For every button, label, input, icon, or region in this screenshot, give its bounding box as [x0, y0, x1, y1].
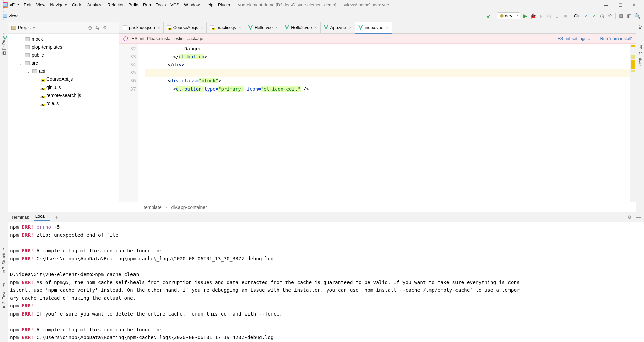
tab-package-json[interactable]: package.json×: [119, 22, 164, 33]
left-tool-strip: ◨ 1: Project: [0, 22, 8, 212]
terminal-settings-icon[interactable]: ⚙: [628, 215, 632, 220]
ide-settings-icon[interactable]: ◧: [625, 12, 633, 20]
close-tab-icon[interactable]: ×: [275, 25, 278, 30]
close-tab-icon[interactable]: ×: [239, 25, 241, 30]
close-tab-icon[interactable]: ×: [201, 25, 203, 30]
tab-app-vue[interactable]: App.vue×: [321, 22, 355, 33]
minimize-button[interactable]: —: [599, 2, 613, 8]
menu-navigate[interactable]: Navigate: [50, 2, 67, 7]
tree-item[interactable]: ⌄src: [8, 59, 119, 67]
git-label: Git:: [574, 13, 581, 18]
project-panel-title[interactable]: Project: [18, 25, 32, 30]
close-tab-icon[interactable]: ×: [315, 25, 317, 30]
tree-item[interactable]: role.js: [8, 99, 119, 107]
terminal-tab-local[interactable]: Local×: [34, 214, 51, 221]
run-npm-install-link[interactable]: Run 'npm install': [600, 36, 632, 41]
search-everywhere-icon[interactable]: 🔍: [633, 12, 641, 20]
editor-tabs: package.json×CourseApi.js×practice.js×He…: [119, 22, 636, 34]
tab-index-vue[interactable]: index.vue×: [355, 22, 392, 33]
coverage-icon[interactable]: ⏵: [537, 12, 545, 20]
tab-hello-vue[interactable]: Hello.vue×: [245, 22, 281, 33]
menu-help[interactable]: Help: [204, 2, 213, 7]
nav-crumb-1[interactable]: src: [3, 2, 47, 7]
eslint-settings-link[interactable]: ESLint settings...: [557, 36, 590, 41]
project-panel-header: Project ▾ ⊕ ⇆ ⚙ —: [8, 22, 119, 34]
editor-area: package.json×CourseApi.js×practice.js×He…: [119, 22, 636, 212]
nav-crumb-2[interactable]: views: [3, 13, 47, 18]
code-body[interactable]: Danger </el-button> </div> <div class="b…: [145, 44, 630, 202]
main-split: ◨ 1: Project Project ▾ ⊕ ⇆ ⚙ — ›mock›plo…: [0, 22, 644, 212]
favorites-tool-tab[interactable]: ★ 2: Favorites: [2, 283, 6, 310]
menu-build[interactable]: Build: [128, 2, 138, 7]
terminal-body[interactable]: npm ERR! errno -5npm ERR! zlib: unexpect…: [8, 222, 644, 342]
terminal-label: Terminal:: [11, 215, 29, 220]
line-gutter: 323334353637: [119, 44, 138, 202]
tab-practice-js[interactable]: practice.js×: [207, 22, 245, 33]
tab-hello2-vue[interactable]: Hello2.vue×: [281, 22, 320, 33]
error-stripe[interactable]: [630, 44, 636, 202]
git-update-icon[interactable]: ✓: [582, 12, 590, 20]
right-tool-strip: Ant 🗄 Database: [636, 22, 644, 212]
ant-tool-tab[interactable]: Ant: [638, 25, 643, 32]
terminal-panel: Terminal: Local× + ⚙ — npm ERR! errno -5…: [8, 212, 644, 342]
tab-courseapi-js[interactable]: CourseApi.js×: [164, 22, 207, 33]
close-tab-icon[interactable]: ×: [158, 25, 160, 30]
close-tab-icon[interactable]: ×: [386, 25, 388, 30]
panel-settings-icon[interactable]: ⚙: [101, 25, 108, 31]
crumb-div[interactable]: div.app-container: [171, 205, 207, 210]
attach-icon[interactable]: ⤓: [553, 12, 561, 20]
menu-analyze[interactable]: Analyze: [87, 2, 103, 7]
eslint-icon: [123, 36, 128, 41]
hide-panel-icon[interactable]: —: [108, 25, 116, 31]
tree-item[interactable]: ›plop-templates: [8, 43, 119, 51]
project-icon: [11, 26, 16, 30]
project-structure-icon[interactable]: ▦: [617, 12, 625, 20]
menu-code[interactable]: Code: [72, 2, 83, 7]
expand-all-icon[interactable]: ⇆: [94, 25, 101, 31]
project-panel: Project ▾ ⊕ ⇆ ⚙ — ›mock›plop-templates›p…: [8, 22, 119, 212]
window-title: vue-element-demo [D:\idea\Git\vue-elemen…: [238, 2, 599, 7]
code-editor[interactable]: 323334353637 Danger </el-button> </div> …: [119, 44, 636, 202]
tree-item[interactable]: qiniu.js: [8, 83, 119, 91]
commit-icon[interactable]: ↙: [485, 12, 493, 20]
fold-gutter[interactable]: [138, 44, 145, 202]
code-breadcrumb: template › div.app-container: [119, 202, 636, 212]
run-config-select[interactable]: ⬢ dev: [497, 12, 520, 19]
nav-toolbar: vue-element-demo〉src〉views〉theme〉index.v…: [0, 10, 644, 22]
menu-plugin[interactable]: Plugin: [218, 2, 230, 7]
terminal-hide-icon[interactable]: —: [636, 215, 641, 220]
project-tool-tab[interactable]: ◨ 1: Project: [2, 32, 6, 56]
eslint-message: ESLint: Please install 'eslint' package: [131, 36, 203, 41]
eslint-banner: ESLint: Please install 'eslint' package …: [119, 34, 636, 44]
tree-item[interactable]: ›public: [8, 51, 119, 59]
terminal-header: Terminal: Local× + ⚙ —: [8, 212, 644, 222]
menu-run[interactable]: Run: [143, 2, 151, 7]
menu-tools[interactable]: Tools: [156, 2, 166, 7]
tree-item[interactable]: ⌄api: [8, 67, 119, 75]
maximize-button[interactable]: ☐: [613, 2, 627, 8]
stop-button[interactable]: ■: [561, 12, 570, 20]
titlebar: FileEditViewNavigateCodeAnalyzeRefactorB…: [0, 0, 644, 10]
chevron-icon: ›: [166, 205, 167, 210]
locate-icon[interactable]: ⊕: [86, 25, 94, 31]
git-revert-icon[interactable]: ↶: [606, 12, 614, 20]
profiler-icon[interactable]: ◷: [545, 12, 553, 20]
tree-item[interactable]: CourseApi.js: [8, 75, 119, 83]
new-terminal-button[interactable]: +: [55, 214, 58, 220]
debug-button[interactable]: 🐞: [529, 12, 537, 20]
menu-vcs[interactable]: VCS: [170, 2, 179, 7]
database-tool-tab[interactable]: 🗄 Database: [638, 45, 643, 68]
project-tree[interactable]: ›mock›plop-templates›public⌄src⌄apiCours…: [8, 34, 119, 212]
structure-tool-tab[interactable]: ⧉ 7: Structure: [2, 248, 6, 273]
run-button[interactable]: ▶: [521, 12, 529, 20]
crumb-template[interactable]: template: [144, 205, 162, 210]
git-commit-icon[interactable]: ✓: [590, 12, 598, 20]
tree-item[interactable]: remote-search.js: [8, 91, 119, 99]
close-tab-icon[interactable]: ×: [349, 25, 351, 30]
git-history-icon[interactable]: ◷: [598, 12, 606, 20]
close-window-button[interactable]: ✕: [627, 2, 641, 8]
menu-refactor[interactable]: Refactor: [107, 2, 124, 7]
menu-window[interactable]: Window: [184, 2, 200, 7]
tree-item[interactable]: ›mock: [8, 35, 119, 43]
